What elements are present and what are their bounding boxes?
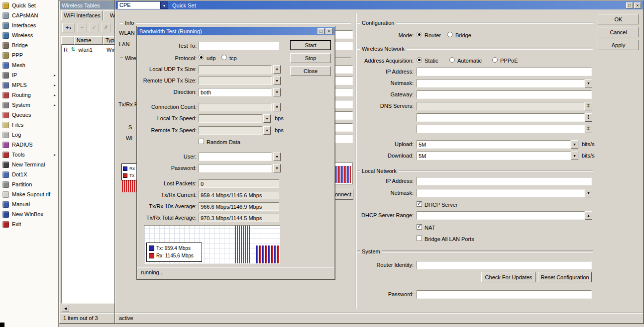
direction-select[interactable] <box>199 88 272 96</box>
sidebar-item-tools[interactable]: Tools▸ <box>0 150 58 160</box>
dns-server-input-1[interactable] <box>417 102 585 110</box>
upload-dropdown-button[interactable]: ▼ <box>571 140 578 149</box>
password-dropdown[interactable]: ▼ <box>273 164 281 172</box>
random-data-checkbox[interactable] <box>199 139 204 144</box>
local-tx-speed-input[interactable] <box>199 114 262 123</box>
sidebar-item-system[interactable]: System▸ <box>0 100 58 110</box>
remove-button[interactable]: − <box>77 23 87 32</box>
sidebar-item-wireless[interactable]: Wireless <box>0 30 58 40</box>
wan-netmask-input[interactable] <box>417 79 585 87</box>
enable-button[interactable]: ✓ <box>89 23 99 32</box>
bandwidth-test-titlebar[interactable]: Bandwidth Test (Running) □ × <box>137 27 334 35</box>
sidebar-item-queues[interactable]: Queues <box>0 110 58 120</box>
close-dialog-button[interactable]: × <box>325 28 332 34</box>
sidebar-item-interfaces[interactable]: Interfaces <box>0 20 58 30</box>
lan-netmask-input[interactable] <box>417 189 585 197</box>
cancel-button[interactable]: Cancel <box>598 27 639 37</box>
lan-netmask-dropdown-button[interactable]: ▼ <box>585 189 592 197</box>
remote-tx-speed-input[interactable] <box>199 126 262 135</box>
direction-dropdown[interactable]: ▼ <box>273 88 281 96</box>
sidebar-item-exit[interactable]: Exit <box>0 219 58 229</box>
download-input[interactable] <box>417 152 571 160</box>
sidebar-item-mpls[interactable]: MPLS▸ <box>0 80 58 90</box>
remote-tx-speed-dropdown[interactable]: ▼ <box>263 126 271 135</box>
check-for-updates-button[interactable]: Check For Updates <box>481 272 536 282</box>
close-window-button[interactable]: × <box>634 2 641 8</box>
protocol-tcp-radio[interactable] <box>221 55 227 60</box>
remote-udp-tx-size-input[interactable] <box>199 77 272 85</box>
routing-icon <box>2 92 9 98</box>
add-button[interactable]: +▼ <box>62 23 75 32</box>
dns-spinner-2[interactable]: ⇕ <box>585 113 592 122</box>
sidebar-item-log[interactable]: Log <box>0 130 58 140</box>
local-tx-speed-dropdown[interactable]: ▼ <box>263 114 271 123</box>
dhcp-range-up-button[interactable]: ▲ <box>585 211 592 220</box>
sidebar-item-new-winbox[interactable]: New WinBox <box>0 209 58 219</box>
lan-ip-address-input[interactable] <box>417 177 592 185</box>
local-udp-tx-size-dropdown[interactable]: ▼ <box>273 65 281 74</box>
close-button[interactable]: Close <box>290 66 331 76</box>
sidebar-item-capsman[interactable]: CAPsMAN <box>0 10 58 20</box>
sidebar-item-new-terminal[interactable]: New Terminal <box>0 160 58 169</box>
name-column-header[interactable]: Name <box>74 36 103 45</box>
mode-select-dropdown-button[interactable]: ▼ <box>160 1 168 9</box>
dns-server-input-3[interactable] <box>417 125 585 133</box>
router-identity-input[interactable] <box>417 261 592 269</box>
wan-netmask-dropdown-button[interactable]: ▼ <box>585 79 592 87</box>
sidebar-item-radius[interactable]: RADIUS <box>0 140 58 150</box>
tab-wifi-interfaces[interactable]: WiFi Interfaces <box>61 10 103 20</box>
download-label: Download: <box>357 153 414 159</box>
sidebar-item-manual[interactable]: Manual <box>0 199 58 209</box>
acquisition-pppoe-radio[interactable] <box>492 57 498 63</box>
user-dropdown[interactable]: ▼ <box>273 153 281 161</box>
reset-configuration-button[interactable]: Reset Configuration <box>538 272 592 282</box>
start-button[interactable]: Start <box>290 40 331 50</box>
user-input[interactable] <box>199 153 272 161</box>
remote-udp-tx-size-dropdown[interactable]: ▼ <box>273 77 281 85</box>
dhcp-server-checkbox[interactable] <box>417 201 422 207</box>
nat-checkbox[interactable] <box>417 224 422 230</box>
password-input[interactable] <box>199 164 272 172</box>
ok-button[interactable]: OK <box>598 14 639 24</box>
sidebar-item-mesh[interactable]: Mesh <box>0 60 58 70</box>
sidebar-item-bridge[interactable]: Bridge <box>0 40 58 50</box>
test-to-input[interactable] <box>199 42 279 50</box>
connection-count-dropdown[interactable]: ▼ <box>273 103 281 111</box>
sidebar-item-routing[interactable]: Routing▸ <box>0 90 58 100</box>
mode-router-radio[interactable] <box>417 32 422 37</box>
connection-count-input[interactable] <box>199 103 272 111</box>
scroll-left-button[interactable]: ◀ <box>62 305 69 312</box>
dns-spinner-1[interactable]: ⇕ <box>585 102 592 110</box>
restore-window-button[interactable]: □ <box>626 2 633 8</box>
sidebar-item-ppp[interactable]: PPP <box>0 50 58 60</box>
quickset-mode-select[interactable]: CPE <box>117 1 160 9</box>
apply-button[interactable]: Apply <box>598 40 639 50</box>
dhcp-range-input[interactable] <box>417 211 585 220</box>
sidebar: Quick Set CAPsMAN Interfaces Wireless Br… <box>0 0 59 327</box>
quick-set-titlebar[interactable]: CPE ▼ Quick Set □ × <box>115 1 643 9</box>
mode-bridge-radio[interactable] <box>447 32 453 37</box>
restore-dialog-button[interactable]: □ <box>318 28 324 34</box>
sidebar-item-quick-set[interactable]: Quick Set <box>0 0 58 10</box>
download-dropdown-button[interactable]: ▼ <box>571 152 578 160</box>
sidebar-item-files[interactable]: Files <box>0 120 58 130</box>
gateway-input[interactable] <box>417 90 592 99</box>
protocol-udp-radio[interactable] <box>199 55 204 60</box>
dns-server-input-2[interactable] <box>417 113 585 122</box>
system-password-input[interactable] <box>417 290 592 299</box>
dns-spinner-3[interactable]: ⇕ <box>585 125 592 133</box>
sidebar-item-ip[interactable]: IP▸ <box>0 70 58 80</box>
local-udp-tx-size-input[interactable] <box>199 65 272 74</box>
disable-button[interactable]: ✗ <box>101 23 111 32</box>
stop-button[interactable]: Stop <box>290 53 331 63</box>
upload-input[interactable] <box>417 140 571 149</box>
flag-column-header[interactable] <box>61 36 74 45</box>
sidebar-item-dot1x[interactable]: Dot1X <box>0 169 58 179</box>
bridge-all-lan-ports-label: Bridge All LAN Ports <box>425 236 474 243</box>
bridge-all-lan-ports-checkbox[interactable] <box>417 236 422 241</box>
wan-ip-address-input[interactable] <box>417 68 592 76</box>
acquisition-automatic-radio[interactable] <box>449 57 455 63</box>
sidebar-item-partition[interactable]: Partition <box>0 179 58 189</box>
acquisition-static-radio[interactable] <box>417 57 422 63</box>
sidebar-item-make-supout[interactable]: Make Supout.rif <box>0 189 58 199</box>
